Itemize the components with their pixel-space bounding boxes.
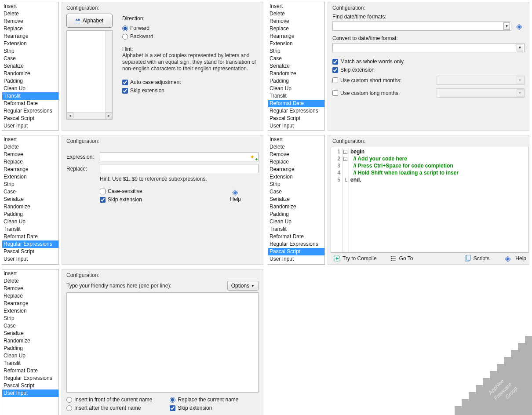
list-item[interactable]: Extension (2, 173, 58, 181)
list-item[interactable]: Rearrange (2, 166, 58, 173)
list-item[interactable]: Strip (2, 315, 58, 322)
list-item[interactable]: Serialize (2, 62, 58, 70)
list-item[interactable]: Clean Up (268, 85, 324, 92)
list-item[interactable]: Translit (268, 92, 324, 100)
list-item[interactable]: Insert (268, 3, 324, 10)
list-item[interactable]: Randomize (268, 70, 324, 77)
scrollbar-v[interactable] (105, 31, 112, 112)
custom-short-check[interactable]: Use custom short months: (332, 77, 432, 84)
list-item[interactable]: Strip (2, 181, 58, 188)
list-item[interactable]: User Input (2, 255, 58, 263)
insert-after-radio[interactable]: Insert after the current name (66, 405, 152, 411)
list-item[interactable]: Clean Up (2, 85, 58, 92)
list-item[interactable]: Randomize (268, 203, 324, 211)
list-item[interactable]: Randomize (2, 337, 58, 345)
list-item[interactable]: Reformat Date (2, 100, 58, 107)
list-item[interactable]: Regular Expressions (268, 107, 324, 115)
insert-front-radio[interactable]: Insert in front of the current name (66, 397, 152, 403)
list-item[interactable]: Serialize (2, 330, 58, 337)
list-item[interactable]: Pascal Script (2, 115, 58, 122)
list-item[interactable]: Insert (2, 136, 58, 143)
find-format-dropdown[interactable]: ▼ (332, 22, 511, 31)
list-item[interactable]: Remove (268, 18, 324, 25)
list-item[interactable]: Insert (2, 3, 58, 10)
list-item[interactable]: Pascal Script (268, 115, 324, 122)
skipext-check[interactable]: Skip extension (122, 87, 259, 94)
list-item[interactable]: Regular Expressions (2, 240, 58, 248)
match-whole-check[interactable]: Match as whole words only (332, 58, 525, 65)
list-item[interactable]: User Input (2, 122, 58, 130)
custom-long-check[interactable]: Use custom long months: (332, 90, 432, 96)
backward-radio[interactable]: Backward (122, 33, 259, 40)
list-item[interactable]: Remove (2, 285, 58, 292)
list-item[interactable]: Padding (2, 211, 58, 218)
list-item[interactable]: Randomize (2, 203, 58, 211)
list-item[interactable]: User Input (268, 122, 324, 130)
list-item[interactable]: Strip (268, 47, 324, 55)
list-item[interactable]: User Input (2, 390, 58, 397)
list-item[interactable]: Delete (2, 143, 58, 151)
list-item[interactable]: Replace (268, 158, 324, 166)
list-item[interactable]: Clean Up (2, 352, 58, 360)
skipext-check[interactable]: Skip extension (332, 67, 525, 73)
rule-list[interactable]: InsertDeleteRemoveReplaceRearrangeExtens… (268, 135, 325, 265)
help-button[interactable]: ◈ Help (503, 255, 526, 262)
list-item[interactable]: Case (2, 322, 58, 330)
list-item[interactable]: Replace (2, 158, 58, 166)
forward-radio[interactable]: Forward (122, 25, 259, 31)
list-item[interactable]: Extension (2, 40, 58, 47)
list-item[interactable]: Remove (268, 151, 324, 158)
list-item[interactable]: Delete (268, 143, 324, 151)
list-item[interactable]: Insert (268, 136, 324, 143)
autocase-check[interactable]: Auto case adjustment (122, 79, 259, 85)
scroll-right-icon[interactable]: ► (106, 113, 112, 119)
names-textarea[interactable] (66, 292, 259, 393)
list-item[interactable]: Pascal Script (268, 248, 324, 255)
skipext-check[interactable]: Skip extension (170, 405, 238, 411)
list-item[interactable]: Padding (2, 345, 58, 352)
rule-list[interactable]: InsertDeleteRemoveReplaceRearrangeExtens… (268, 2, 325, 131)
list-item[interactable]: Remove (2, 151, 58, 158)
help-label[interactable]: Help (230, 196, 241, 202)
list-item[interactable]: Serialize (268, 196, 324, 203)
list-item[interactable]: Delete (2, 277, 58, 285)
list-item[interactable]: Case (2, 55, 58, 62)
list-item[interactable]: Clean Up (268, 218, 324, 226)
add-expression-icon[interactable] (250, 153, 257, 160)
compile-button[interactable]: Try to Compile (333, 255, 377, 262)
list-item[interactable]: Serialize (268, 62, 324, 70)
scrollbar-h[interactable]: ◄ ► (67, 112, 112, 119)
list-item[interactable]: Padding (268, 77, 324, 85)
list-item[interactable]: Case (268, 188, 324, 196)
list-item[interactable]: Replace (268, 25, 324, 33)
list-item[interactable]: Regular Expressions (268, 240, 324, 248)
list-item[interactable]: Rearrange (2, 300, 58, 307)
list-item[interactable]: Delete (268, 10, 324, 18)
rule-list[interactable]: InsertDeleteRemoveReplaceRearrangeExtens… (2, 269, 59, 415)
list-item[interactable]: Reformat Date (268, 100, 324, 107)
list-item[interactable]: Translit (2, 226, 58, 233)
list-item[interactable]: Replace (2, 25, 58, 33)
goto-button[interactable]: Go To (390, 255, 413, 262)
list-item[interactable]: Padding (268, 211, 324, 218)
help-icon[interactable]: ◈ (230, 188, 240, 196)
list-item[interactable]: Translit (2, 92, 58, 100)
scroll-left-icon[interactable]: ◄ (67, 113, 73, 119)
scripts-button[interactable]: Scripts (464, 255, 490, 262)
list-item[interactable]: User Input (268, 255, 324, 263)
list-item[interactable]: Rearrange (2, 33, 58, 40)
rule-list[interactable]: InsertDeleteRemoveReplaceRearrangeExtens… (2, 2, 59, 131)
list-item[interactable]: Randomize (2, 70, 58, 77)
alphabet-listbox[interactable]: ◄ ► (66, 30, 113, 120)
list-item[interactable]: Extension (268, 40, 324, 47)
list-item[interactable]: Case (2, 188, 58, 196)
replace-input[interactable] (100, 164, 259, 173)
list-item[interactable]: Translit (2, 360, 58, 367)
list-item[interactable]: Reformat Date (2, 233, 58, 240)
skipext-check[interactable]: Skip extension (100, 197, 230, 203)
list-item[interactable]: Rearrange (268, 166, 324, 173)
list-item[interactable]: Regular Expressions (2, 375, 58, 382)
case-sensitive-check[interactable]: Case-sensitive (100, 188, 230, 194)
convert-format-dropdown[interactable]: ▼ (332, 43, 525, 52)
expression-input[interactable] (100, 152, 259, 161)
